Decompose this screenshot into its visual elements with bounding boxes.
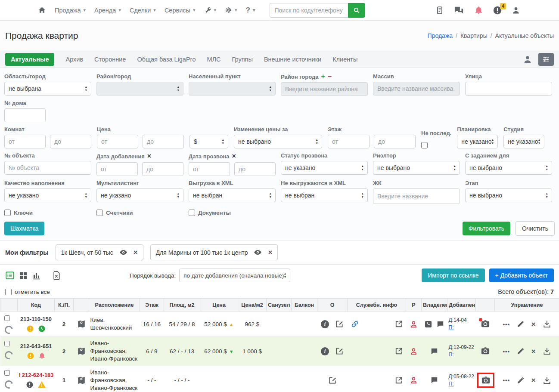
price-change-select[interactable]: не выбрано (234, 135, 322, 148)
edit-note-icon[interactable] (335, 347, 344, 355)
grid-view-icon[interactable] (19, 271, 28, 280)
camera-icon[interactable] (481, 346, 490, 355)
stage-select[interactable]: не выбрано (465, 188, 552, 202)
comment-icon[interactable] (430, 376, 438, 384)
tab-aktualnye[interactable]: Актуальные (5, 53, 54, 66)
map-pin-icon[interactable] (77, 376, 86, 385)
menu-help[interactable]: ? (246, 6, 255, 15)
district-select[interactable] (96, 82, 183, 96)
pencil-icon[interactable] (517, 377, 525, 384)
counters-checkbox[interactable] (96, 210, 103, 216)
download-icon[interactable] (543, 376, 551, 385)
menu-sdelki[interactable]: Сделки (130, 7, 156, 14)
object-no-input[interactable] (4, 161, 91, 175)
tab-gruppy[interactable]: Группы (232, 56, 253, 63)
user-icon[interactable] (523, 55, 532, 64)
street-input[interactable] (465, 82, 552, 96)
realtor-person-icon[interactable] (410, 376, 418, 384)
more-actions-icon[interactable] (503, 321, 510, 327)
pencil-icon[interactable] (517, 320, 525, 328)
realtor-person-icon[interactable] (410, 347, 418, 355)
chat-icon[interactable] (453, 6, 465, 15)
tab-vneshnie[interactable]: Внешние источники (264, 56, 321, 63)
call-date-link[interactable]: П: (449, 324, 454, 330)
massiv-input[interactable] (373, 82, 460, 96)
city-district-input[interactable] (281, 82, 368, 96)
external-link-icon[interactable] (394, 320, 403, 328)
keys-checkbox[interactable] (4, 210, 11, 216)
import-link-button[interactable]: Импорт по ссылке (422, 269, 484, 282)
comment-icon[interactable] (436, 320, 444, 328)
user-icon[interactable] (512, 6, 520, 15)
clear-button[interactable]: Очистить (516, 221, 555, 236)
saved-filter-name[interactable]: Для Марины от 100 тыс 1к центр (156, 249, 248, 256)
filter-button[interactable]: Фильтровать (463, 222, 510, 235)
menu-settings[interactable] (225, 6, 237, 14)
with-task-select[interactable]: не выбрано (465, 161, 552, 175)
date-call-from-input[interactable] (189, 162, 230, 176)
eye-icon[interactable] (119, 248, 127, 256)
menu-tools[interactable] (204, 6, 217, 14)
home-menu-item[interactable] (38, 6, 46, 14)
clear-date-added-icon[interactable] (147, 152, 151, 160)
documents-checkbox[interactable] (189, 210, 195, 216)
realtor-select[interactable]: не выбрано (373, 161, 460, 175)
menu-arenda[interactable]: Аренда (94, 7, 121, 14)
excel-export-icon[interactable] (52, 271, 61, 280)
tab-ligapro[interactable]: Общая база LigaPro (137, 56, 196, 63)
row-checkbox[interactable] (4, 370, 10, 376)
pencil-icon[interactable] (517, 347, 525, 355)
chess-button[interactable]: Шахматка (4, 222, 44, 235)
row-checkbox[interactable] (4, 315, 10, 321)
external-link-icon[interactable] (394, 347, 403, 355)
more-actions-icon[interactable] (503, 348, 510, 355)
currency-select[interactable]: $ (189, 135, 228, 148)
more-actions-icon[interactable] (503, 377, 510, 383)
price-from-input[interactable] (97, 135, 138, 148)
call-date-link[interactable]: П: (449, 381, 454, 387)
link-icon[interactable] (351, 320, 359, 328)
map-pin-icon[interactable] (77, 319, 86, 329)
date-added-to-input[interactable] (142, 162, 183, 176)
saved-filter-chip[interactable]: Для Марины от 100 тыс 1к центр × (150, 244, 278, 260)
map-pin-icon[interactable] (77, 346, 86, 356)
date-added-from-input[interactable] (96, 162, 138, 176)
delete-x-icon[interactable]: × (531, 348, 536, 355)
xml-upload-select[interactable]: не выбран (189, 188, 276, 202)
call-status-select[interactable]: не указано (281, 161, 368, 175)
region-select[interactable]: не выбрана (4, 82, 91, 96)
filter-toggle-button[interactable] (538, 53, 554, 66)
remove-filter-icon[interactable]: × (268, 249, 272, 256)
rooms-to-input[interactable] (50, 135, 91, 148)
multilisting-select[interactable]: не указано (96, 188, 183, 202)
info-icon[interactable]: i (321, 347, 329, 355)
price-to-input[interactable] (143, 135, 184, 148)
not-last-checkbox[interactable] (421, 142, 428, 148)
tab-klienty[interactable]: Клиенты (332, 56, 357, 63)
tab-storonnie[interactable]: Сторонние (94, 56, 126, 63)
delete-x-icon[interactable]: × (531, 377, 536, 384)
remove-district-icon[interactable]: − (328, 73, 332, 80)
breadcrumb-prodazha[interactable]: Продажа (428, 32, 453, 39)
info-icon[interactable]: i (321, 320, 329, 328)
chart-view-icon[interactable] (32, 271, 41, 280)
rooms-from-input[interactable] (4, 135, 46, 148)
call-date-link[interactable]: П: (449, 352, 454, 358)
search-button[interactable] (348, 3, 365, 18)
journal-icon[interactable] (435, 6, 444, 15)
quality-select[interactable]: не указано (4, 188, 91, 202)
list-view-icon[interactable] (5, 271, 15, 280)
camera-icon[interactable] (481, 376, 491, 384)
download-icon[interactable] (543, 320, 551, 328)
object-code[interactable]: 212-643-651 (19, 343, 53, 349)
date-call-to-input[interactable] (234, 162, 276, 176)
download-icon[interactable] (543, 347, 551, 355)
phone-icon[interactable] (424, 320, 432, 328)
realtor-person-icon[interactable] (410, 320, 418, 328)
floor-to-input[interactable] (374, 135, 416, 148)
saved-filter-chip[interactable]: 1к Шевч, от 50 тыс × (56, 244, 143, 260)
breadcrumb-kvartiry[interactable]: Квартиры (460, 32, 488, 39)
tab-mls[interactable]: МЛС (207, 56, 221, 63)
object-code[interactable]: !212-624-183 (19, 372, 53, 378)
menu-servisy[interactable]: Сервисы (165, 7, 196, 14)
